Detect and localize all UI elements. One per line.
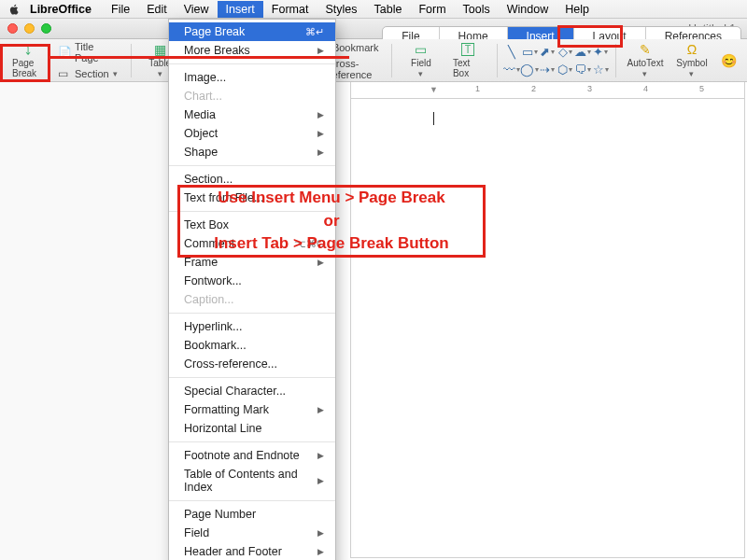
menu-file[interactable]: File	[103, 1, 138, 18]
menu-item-object[interactable]: Object	[169, 124, 335, 143]
menu-item-text-from-file[interactable]: Text from File...	[169, 189, 335, 207]
connector-shape-icon[interactable]: ⇢	[540, 62, 555, 77]
menu-item-label: Formatting Mark	[184, 403, 269, 416]
star-shape-icon[interactable]: ✦	[593, 44, 608, 59]
insert-menu-dropdown: Page Break⌘↵More BreaksImage...Chart...M…	[168, 19, 336, 560]
menu-item-label: Image...	[184, 71, 226, 84]
menu-item-chart: Chart...	[169, 87, 335, 105]
menu-item-field[interactable]: Field	[169, 524, 335, 542]
autotext-button[interactable]: ✎ AutoText	[624, 41, 667, 80]
section-button[interactable]: ▭ Section	[52, 65, 123, 82]
menu-item-special-character[interactable]: Special Character...	[169, 382, 335, 400]
text-box-icon: 🅃	[459, 42, 476, 57]
ruler-number: 4	[643, 84, 648, 93]
menu-item-label: Comment	[184, 237, 234, 250]
menu-item-frame[interactable]: Frame	[169, 253, 335, 272]
section-label: Section	[75, 68, 109, 79]
menu-item-label: Chart...	[184, 90, 222, 103]
menu-format[interactable]: Format	[263, 1, 317, 18]
menu-item-label: Object	[184, 127, 218, 140]
menu-item-label: Table of Contents and Index	[184, 468, 310, 494]
table-icon: ▦	[151, 42, 168, 57]
menu-item-page-break[interactable]: Page Break⌘↵	[169, 22, 335, 41]
ruler-number: 5	[699, 84, 704, 93]
text-box-button[interactable]: 🅃 Text Box	[446, 41, 489, 80]
horizontal-ruler[interactable]: 1 2 3 4 5	[350, 82, 745, 99]
menu-item-label: Header and Footer	[184, 545, 282, 558]
menu-help[interactable]: Help	[557, 1, 598, 18]
more-shape-icon[interactable]: ☆	[593, 62, 608, 77]
menu-item-media[interactable]: Media	[169, 105, 335, 124]
app-name: LibreOffice	[30, 3, 92, 16]
callout-shape-icon[interactable]: 🗨	[575, 62, 590, 77]
menu-item-label: Bookmark...	[184, 339, 247, 352]
symbol-button[interactable]: Ω Symbol	[670, 41, 713, 80]
menu-item-label: Shape	[184, 146, 218, 159]
menu-item-comment[interactable]: Comment⌥⌘C	[169, 234, 335, 253]
menu-item-shape[interactable]: Shape	[169, 143, 335, 161]
menu-insert[interactable]: Insert	[218, 1, 263, 18]
menu-item-header-and-footer[interactable]: Header and Footer	[169, 542, 335, 560]
mac-menubar: LibreOffice File Edit View Insert Format…	[0, 0, 747, 19]
rect-shape-icon[interactable]: ▭	[522, 44, 537, 59]
menu-item-image[interactable]: Image...	[169, 68, 335, 87]
menu-item-label: Text Box	[184, 218, 229, 231]
ruler-track: 1 2 3 4 5	[430, 82, 740, 98]
apple-logo-icon	[7, 3, 21, 16]
symbol-icon: Ω	[684, 42, 700, 57]
menu-item-shortcut: ⌘↵	[305, 26, 324, 38]
menu-window[interactable]: Window	[499, 1, 557, 18]
field-button[interactable]: ▭ Field	[400, 41, 443, 80]
field-label: Field	[411, 58, 431, 68]
menu-item-page-number[interactable]: Page Number	[169, 505, 335, 524]
ellipse-shape-icon[interactable]: ◯	[522, 62, 537, 77]
field-icon: ▭	[413, 42, 430, 57]
menu-styles[interactable]: Styles	[317, 1, 365, 18]
menu-form[interactable]: Form	[410, 1, 454, 18]
menu-item-label: Page Number	[184, 508, 256, 521]
menu-item-caption: Caption...	[169, 290, 335, 309]
menu-separator	[169, 377, 335, 378]
bookmark-label: Bookmark	[332, 42, 379, 53]
menu-item-horizontal-line[interactable]: Horizontal Line	[169, 419, 335, 438]
ruler-number: 2	[531, 84, 536, 93]
menu-tools[interactable]: Tools	[455, 1, 499, 18]
flow-shape-icon[interactable]: ⬡	[557, 62, 572, 77]
diamond-shape-icon[interactable]: ◇	[557, 44, 572, 59]
symbol-label: Symbol	[676, 58, 707, 68]
speech-shape-icon[interactable]: ☁	[575, 44, 590, 59]
menu-separator	[169, 500, 335, 501]
menu-separator	[169, 211, 335, 212]
menu-item-fontwork[interactable]: Fontwork...	[169, 272, 335, 290]
annotation-arrow-icon	[50, 56, 349, 59]
line-shape-icon[interactable]: ╲	[504, 44, 519, 59]
page-break-button[interactable]: ⤵ Page Break	[6, 41, 49, 80]
menu-item-label: Media	[184, 108, 216, 121]
menu-item-label: Frame	[184, 256, 218, 269]
ruler-number: 3	[587, 84, 592, 93]
menu-item-formatting-mark[interactable]: Formatting Mark	[169, 400, 335, 419]
document-canvas[interactable]	[350, 99, 745, 558]
menu-item-section[interactable]: Section...	[169, 170, 335, 189]
menu-table[interactable]: Table	[365, 1, 410, 18]
arrow-shape-icon[interactable]: ⬈	[540, 44, 555, 59]
menu-separator	[169, 313, 335, 314]
title-page-button[interactable]: 📄 Title Page	[52, 39, 123, 65]
separator-icon	[615, 44, 616, 77]
menu-item-hyperlink[interactable]: Hyperlink...	[169, 317, 335, 336]
menu-item-text-box[interactable]: Text Box	[169, 216, 335, 234]
menu-item-cross-reference[interactable]: Cross-reference...	[169, 355, 335, 373]
menu-edit[interactable]: Edit	[138, 1, 176, 18]
menu-view[interactable]: View	[176, 1, 218, 18]
curve-shape-icon[interactable]: 〰	[504, 62, 519, 77]
menu-item-table-of-contents-and-index[interactable]: Table of Contents and Index	[169, 465, 335, 497]
menu-item-footnote-and-endnote[interactable]: Footnote and Endnote	[169, 446, 335, 465]
emoji-button[interactable]: 😊	[717, 41, 741, 80]
shape-palette: ╲ ▭ ⬈ ◇ ☁ ✦ 〰 ◯ ⇢ ⬡ 🗨 ☆	[504, 44, 608, 77]
page-break-icon: ⤵	[19, 42, 35, 57]
menu-item-label: Footnote and Endnote	[184, 449, 300, 462]
autotext-icon: ✎	[637, 42, 654, 57]
menu-separator	[169, 165, 335, 166]
menu-item-bookmark[interactable]: Bookmark...	[169, 336, 335, 355]
menu-item-label: Hyperlink...	[184, 320, 243, 333]
